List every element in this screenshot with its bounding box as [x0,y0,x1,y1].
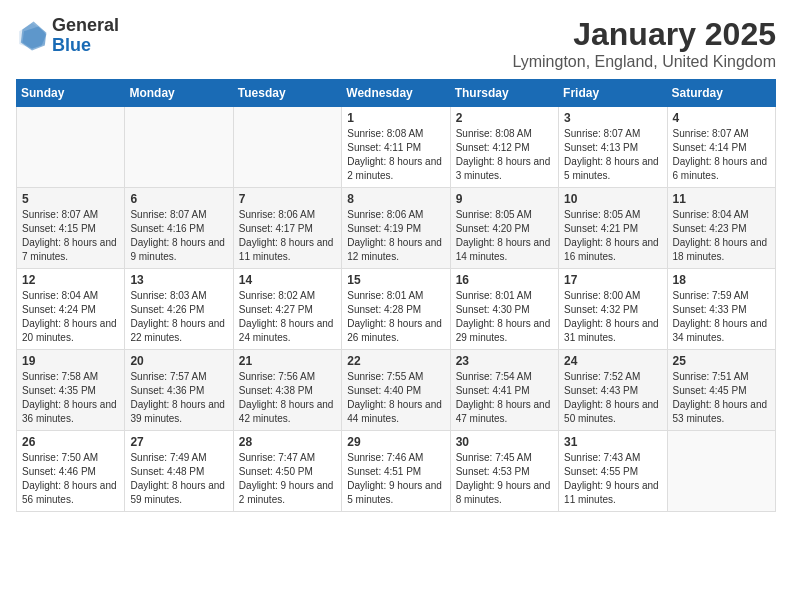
day-info: Sunrise: 8:04 AM Sunset: 4:24 PM Dayligh… [22,289,119,345]
calendar-cell [667,431,775,512]
calendar-cell: 20Sunrise: 7:57 AM Sunset: 4:36 PM Dayli… [125,350,233,431]
calendar-cell: 4Sunrise: 8:07 AM Sunset: 4:14 PM Daylig… [667,107,775,188]
day-info: Sunrise: 7:46 AM Sunset: 4:51 PM Dayligh… [347,451,444,507]
calendar-cell: 19Sunrise: 7:58 AM Sunset: 4:35 PM Dayli… [17,350,125,431]
day-number: 10 [564,192,661,206]
page-header: General Blue January 2025 Lymington, Eng… [16,16,776,71]
day-number: 25 [673,354,770,368]
day-number: 3 [564,111,661,125]
day-number: 19 [22,354,119,368]
day-info: Sunrise: 8:01 AM Sunset: 4:28 PM Dayligh… [347,289,444,345]
calendar: SundayMondayTuesdayWednesdayThursdayFrid… [16,79,776,512]
day-info: Sunrise: 8:07 AM Sunset: 4:15 PM Dayligh… [22,208,119,264]
calendar-cell: 13Sunrise: 8:03 AM Sunset: 4:26 PM Dayli… [125,269,233,350]
calendar-cell: 9Sunrise: 8:05 AM Sunset: 4:20 PM Daylig… [450,188,558,269]
logo: General Blue [16,16,119,56]
calendar-cell: 26Sunrise: 7:50 AM Sunset: 4:46 PM Dayli… [17,431,125,512]
calendar-cell: 31Sunrise: 7:43 AM Sunset: 4:55 PM Dayli… [559,431,667,512]
day-number: 11 [673,192,770,206]
day-number: 5 [22,192,119,206]
calendar-cell: 17Sunrise: 8:00 AM Sunset: 4:32 PM Dayli… [559,269,667,350]
day-info: Sunrise: 7:58 AM Sunset: 4:35 PM Dayligh… [22,370,119,426]
calendar-cell: 29Sunrise: 7:46 AM Sunset: 4:51 PM Dayli… [342,431,450,512]
calendar-cell: 12Sunrise: 8:04 AM Sunset: 4:24 PM Dayli… [17,269,125,350]
calendar-cell: 23Sunrise: 7:54 AM Sunset: 4:41 PM Dayli… [450,350,558,431]
day-info: Sunrise: 8:08 AM Sunset: 4:11 PM Dayligh… [347,127,444,183]
day-number: 6 [130,192,227,206]
day-info: Sunrise: 8:06 AM Sunset: 4:19 PM Dayligh… [347,208,444,264]
day-info: Sunrise: 7:57 AM Sunset: 4:36 PM Dayligh… [130,370,227,426]
day-number: 29 [347,435,444,449]
calendar-week-row: 5Sunrise: 8:07 AM Sunset: 4:15 PM Daylig… [17,188,776,269]
weekday-header: Wednesday [342,80,450,107]
calendar-cell: 1Sunrise: 8:08 AM Sunset: 4:11 PM Daylig… [342,107,450,188]
day-info: Sunrise: 7:45 AM Sunset: 4:53 PM Dayligh… [456,451,553,507]
day-info: Sunrise: 7:49 AM Sunset: 4:48 PM Dayligh… [130,451,227,507]
calendar-cell: 27Sunrise: 7:49 AM Sunset: 4:48 PM Dayli… [125,431,233,512]
day-info: Sunrise: 7:51 AM Sunset: 4:45 PM Dayligh… [673,370,770,426]
day-number: 14 [239,273,336,287]
location: Lymington, England, United Kingdom [512,53,776,71]
calendar-cell: 16Sunrise: 8:01 AM Sunset: 4:30 PM Dayli… [450,269,558,350]
calendar-cell: 14Sunrise: 8:02 AM Sunset: 4:27 PM Dayli… [233,269,341,350]
calendar-week-row: 1Sunrise: 8:08 AM Sunset: 4:11 PM Daylig… [17,107,776,188]
calendar-cell: 6Sunrise: 8:07 AM Sunset: 4:16 PM Daylig… [125,188,233,269]
day-number: 17 [564,273,661,287]
day-number: 9 [456,192,553,206]
weekday-header: Saturday [667,80,775,107]
day-info: Sunrise: 8:08 AM Sunset: 4:12 PM Dayligh… [456,127,553,183]
day-info: Sunrise: 8:00 AM Sunset: 4:32 PM Dayligh… [564,289,661,345]
day-number: 1 [347,111,444,125]
day-number: 31 [564,435,661,449]
calendar-cell: 7Sunrise: 8:06 AM Sunset: 4:17 PM Daylig… [233,188,341,269]
calendar-cell: 28Sunrise: 7:47 AM Sunset: 4:50 PM Dayli… [233,431,341,512]
title-block: January 2025 Lymington, England, United … [512,16,776,71]
calendar-week-row: 19Sunrise: 7:58 AM Sunset: 4:35 PM Dayli… [17,350,776,431]
svg-marker-2 [21,21,47,50]
day-info: Sunrise: 8:06 AM Sunset: 4:17 PM Dayligh… [239,208,336,264]
calendar-cell: 3Sunrise: 8:07 AM Sunset: 4:13 PM Daylig… [559,107,667,188]
weekday-header: Thursday [450,80,558,107]
day-info: Sunrise: 7:47 AM Sunset: 4:50 PM Dayligh… [239,451,336,507]
weekday-header: Friday [559,80,667,107]
day-number: 21 [239,354,336,368]
day-number: 27 [130,435,227,449]
weekday-header-row: SundayMondayTuesdayWednesdayThursdayFrid… [17,80,776,107]
calendar-week-row: 12Sunrise: 8:04 AM Sunset: 4:24 PM Dayli… [17,269,776,350]
day-info: Sunrise: 7:56 AM Sunset: 4:38 PM Dayligh… [239,370,336,426]
day-info: Sunrise: 8:04 AM Sunset: 4:23 PM Dayligh… [673,208,770,264]
day-number: 4 [673,111,770,125]
day-number: 7 [239,192,336,206]
day-info: Sunrise: 7:59 AM Sunset: 4:33 PM Dayligh… [673,289,770,345]
day-number: 30 [456,435,553,449]
day-number: 13 [130,273,227,287]
calendar-cell: 11Sunrise: 8:04 AM Sunset: 4:23 PM Dayli… [667,188,775,269]
day-number: 15 [347,273,444,287]
calendar-cell: 5Sunrise: 8:07 AM Sunset: 4:15 PM Daylig… [17,188,125,269]
day-info: Sunrise: 8:01 AM Sunset: 4:30 PM Dayligh… [456,289,553,345]
day-info: Sunrise: 8:07 AM Sunset: 4:14 PM Dayligh… [673,127,770,183]
calendar-cell: 24Sunrise: 7:52 AM Sunset: 4:43 PM Dayli… [559,350,667,431]
logo-blue: Blue [52,36,119,56]
calendar-cell: 21Sunrise: 7:56 AM Sunset: 4:38 PM Dayli… [233,350,341,431]
day-info: Sunrise: 7:50 AM Sunset: 4:46 PM Dayligh… [22,451,119,507]
day-info: Sunrise: 8:03 AM Sunset: 4:26 PM Dayligh… [130,289,227,345]
day-number: 22 [347,354,444,368]
weekday-header: Tuesday [233,80,341,107]
calendar-cell: 25Sunrise: 7:51 AM Sunset: 4:45 PM Dayli… [667,350,775,431]
day-info: Sunrise: 8:07 AM Sunset: 4:16 PM Dayligh… [130,208,227,264]
day-info: Sunrise: 8:07 AM Sunset: 4:13 PM Dayligh… [564,127,661,183]
day-number: 18 [673,273,770,287]
day-number: 16 [456,273,553,287]
logo-text: General Blue [52,16,119,56]
logo-icon [16,20,48,52]
calendar-cell: 2Sunrise: 8:08 AM Sunset: 4:12 PM Daylig… [450,107,558,188]
day-info: Sunrise: 7:43 AM Sunset: 4:55 PM Dayligh… [564,451,661,507]
calendar-cell: 10Sunrise: 8:05 AM Sunset: 4:21 PM Dayli… [559,188,667,269]
day-number: 26 [22,435,119,449]
day-number: 12 [22,273,119,287]
weekday-header: Sunday [17,80,125,107]
calendar-week-row: 26Sunrise: 7:50 AM Sunset: 4:46 PM Dayli… [17,431,776,512]
day-number: 8 [347,192,444,206]
day-number: 23 [456,354,553,368]
